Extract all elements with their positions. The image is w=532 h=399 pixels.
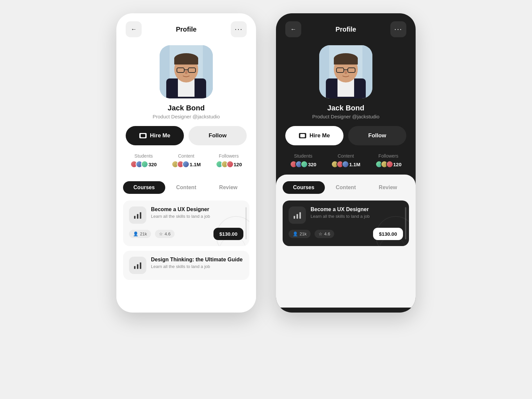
course-subtitle-2-light: Learn all the skills to land a job [151, 264, 243, 269]
course-card-1-dark: Become a UX Designer Learn all the skill… [283, 200, 409, 246]
stat-content-dark: Content 1.1M [331, 153, 360, 168]
stat-content-light: Content 1.1M [172, 153, 200, 168]
avatar-image-dark [319, 45, 372, 98]
hire-me-button-light[interactable]: Hire Me [126, 126, 184, 145]
svg-rect-16 [140, 262, 141, 269]
stat-label-students-dark: Students [294, 153, 312, 159]
follow-button-light[interactable]: Follow [189, 126, 247, 145]
students-icon-d1: 👤 [293, 231, 298, 236]
stat-label-content-dark: Content [337, 153, 354, 159]
course-subtitle-1-light: Learn all the skills to land a job [151, 214, 210, 219]
stats-row-light: Students 320 Content 1.1M [116, 153, 256, 175]
avatar-light [160, 45, 213, 98]
header-light: ← Profile ··· [116, 13, 256, 43]
tab-review-dark[interactable]: Review [367, 181, 409, 194]
svg-rect-28 [294, 216, 295, 219]
course-title-1-dark: Become a UX Designer [311, 206, 370, 212]
more-button-light[interactable]: ··· [231, 21, 247, 37]
stat-count-followers-light: 120 [234, 162, 242, 167]
stat-count-students-dark: 320 [308, 162, 316, 167]
svg-rect-12 [137, 214, 138, 219]
follow-button-dark[interactable]: Follow [348, 126, 406, 145]
tab-courses-light[interactable]: Courses [123, 181, 165, 194]
stat-count-content-dark: 1.1M [349, 162, 360, 167]
course-meta-1-light: 👤 21k ☆ 4.6 [129, 230, 175, 238]
svg-rect-30 [300, 212, 301, 219]
btn-row-light: Hire Me Follow [116, 126, 256, 145]
back-button-dark[interactable]: ← [285, 21, 301, 37]
person-name-dark: Jack Bond [327, 104, 364, 112]
stat-followers-dark: Followers 120 [375, 153, 402, 168]
tab-courses-dark[interactable]: Courses [283, 181, 325, 194]
star-icon-d1: ☆ [319, 231, 323, 236]
svg-rect-6 [174, 58, 198, 65]
svg-point-27 [344, 71, 347, 74]
course-card-2-light: Design Thinking: the Ultimate Guide Lear… [123, 251, 249, 280]
tab-content-dark[interactable]: Content [325, 181, 367, 194]
price-button-1-light[interactable]: $130.00 [213, 228, 243, 240]
mini-avatar-9 [226, 161, 234, 168]
course-title-1-light: Become a UX Designer [151, 206, 210, 212]
course-icon-1-dark [289, 206, 306, 224]
svg-rect-11 [134, 216, 135, 219]
rating-pill-1-dark: ☆ 4.6 [315, 230, 334, 238]
svg-point-10 [185, 71, 188, 74]
back-button-light[interactable]: ← [126, 21, 142, 37]
bottom-section-dark: Courses Content Review Become a UX Desig… [276, 175, 416, 308]
svg-rect-14 [134, 266, 135, 269]
bottom-section-light: Courses Content Review Become a UX Desig… [116, 175, 256, 308]
avatar-image-light [160, 45, 213, 98]
tab-review-light[interactable]: Review [207, 181, 249, 194]
svg-rect-23 [334, 58, 358, 65]
students-icon-1: 👤 [133, 231, 138, 236]
tab-content-light[interactable]: Content [165, 181, 207, 194]
rating-pill-1-light: ☆ 4.6 [155, 230, 175, 238]
phone-light: ← Profile ··· [116, 13, 256, 313]
tabs-dark: Courses Content Review [283, 181, 409, 194]
mini-avatar-3 [141, 161, 148, 168]
stat-followers-light: Followers 120 [216, 153, 242, 168]
svg-rect-15 [137, 264, 138, 269]
course-meta-1-dark: 👤 21k ☆ 4.6 [289, 230, 334, 238]
scrollbar-d1[interactable] [405, 207, 406, 239]
course-title-2-light: Design Thinking: the Ultimate Guide [151, 257, 243, 263]
more-button-dark[interactable]: ··· [390, 21, 406, 37]
hire-me-button-dark[interactable]: Hire Me [285, 126, 343, 145]
mini-avatar-d6 [342, 161, 349, 168]
students-pill-1-light: 👤 21k [129, 230, 151, 238]
students-pill-1-dark: 👤 21k [289, 230, 311, 238]
stat-count-students-light: 320 [148, 162, 157, 167]
star-icon-1: ☆ [159, 231, 163, 236]
person-title-light: Product Designer @jackstudio [153, 114, 220, 119]
stat-students-dark: Students 320 [290, 153, 316, 168]
stats-row-dark: Students 320 Content 1.1M [276, 153, 416, 175]
course-card-1-light: Become a UX Designer Learn all the skill… [123, 200, 249, 246]
course-icon-2-light [129, 257, 146, 274]
stat-label-followers-light: Followers [219, 153, 239, 159]
svg-rect-29 [297, 214, 298, 219]
stat-label-content-light: Content [178, 153, 194, 159]
mini-avatar-6 [182, 161, 190, 168]
btn-row-dark: Hire Me Follow [276, 126, 416, 145]
avatar-section-light: Jack Bond Product Designer @jackstudio [116, 43, 256, 126]
price-button-1-dark[interactable]: $130.00 [373, 228, 403, 240]
page-title-light: Profile [176, 26, 197, 33]
mini-avatar-d9 [386, 161, 393, 168]
svg-rect-13 [140, 212, 141, 219]
avatar-section-dark: Jack Bond Product Designer @jackstudio [276, 43, 416, 126]
stat-count-followers-dark: 120 [393, 162, 402, 167]
phone-dark: ← Profile ··· [276, 13, 416, 313]
person-name-light: Jack Bond [168, 104, 204, 112]
stat-label-students-light: Students [134, 153, 153, 159]
avatar-dark [319, 45, 372, 98]
scrollbar-1[interactable] [245, 207, 247, 239]
tabs-light: Courses Content Review [123, 181, 249, 194]
course-icon-1-light [129, 206, 146, 224]
briefcase-icon-light [139, 133, 147, 138]
page-title-dark: Profile [335, 26, 356, 33]
person-title-dark: Product Designer @jackstudio [312, 114, 379, 119]
mini-avatar-d3 [301, 161, 308, 168]
header-dark: ← Profile ··· [276, 13, 416, 43]
briefcase-icon-dark [299, 133, 306, 138]
stat-students-light: Students 320 [130, 153, 157, 168]
